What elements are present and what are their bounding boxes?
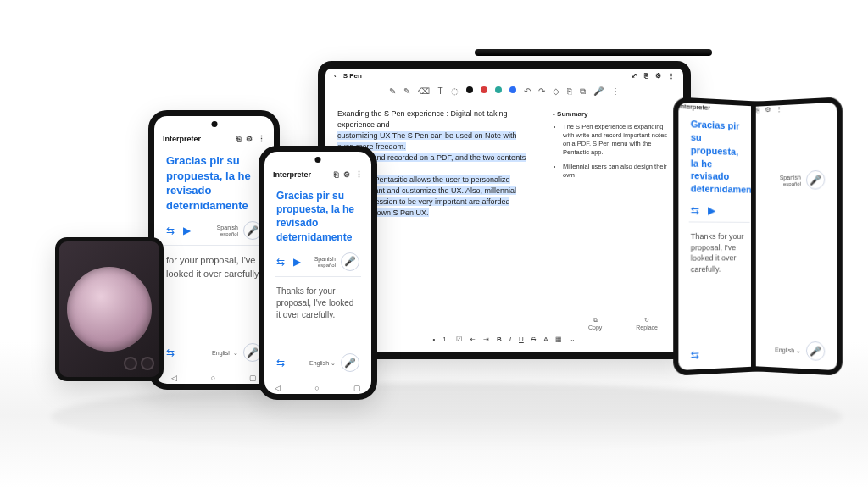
swap-icon[interactable]: ⇆ <box>166 347 175 358</box>
bookmark-icon[interactable]: ⎘ <box>236 135 241 143</box>
settings-icon[interactable]: ⚙ <box>343 170 350 179</box>
color-swatch-teal[interactable] <box>495 86 502 93</box>
enlarge-icon[interactable]: ⤢ <box>632 72 637 80</box>
input-language-label[interactable]: English ⌄ <box>309 360 336 366</box>
nav-back-icon[interactable]: ◁ <box>171 374 177 382</box>
source-text: for your proposal, I've looked it over c… <box>154 247 274 287</box>
swap-icon[interactable]: ⇆ <box>276 357 285 369</box>
summary-bullet: The S Pen experience is expanding with w… <box>563 123 673 158</box>
indent-icon[interactable]: ⇥ <box>483 336 489 343</box>
underline-icon[interactable]: U <box>519 336 524 343</box>
bookmark-icon[interactable]: ⎘ <box>644 72 648 80</box>
color-swatch-black[interactable] <box>466 86 473 93</box>
device-phone-front: Interpreter ⎘ ⚙ ⋮ Gracias pir su propues… <box>259 146 377 400</box>
note-title: S Pen <box>343 72 362 80</box>
swap-icon[interactable]: ⇆ <box>691 348 699 361</box>
record-icon[interactable]: 🎤 <box>593 86 604 97</box>
flip-wallpaper <box>67 267 152 352</box>
play-icon[interactable]: ▶ <box>293 256 301 268</box>
highlight-icon[interactable]: ▦ <box>555 336 562 343</box>
outdent-icon[interactable]: ⇤ <box>470 336 476 343</box>
mic-button[interactable]: 🎤 <box>341 252 359 271</box>
translated-text: Gracias pir su propuesta, la he revisado… <box>264 182 371 249</box>
nav-back-icon[interactable]: ◁ <box>275 384 281 392</box>
more-icon[interactable]: ⋮ <box>258 135 265 143</box>
list-bullet-icon[interactable]: • <box>433 336 436 343</box>
redo-icon[interactable]: ↷ <box>538 86 545 97</box>
bookmark-icon[interactable]: ⎘ <box>756 106 760 114</box>
device-fold: Interpreter Gracias pir su propuesta, la… <box>673 102 843 374</box>
summary-title: • Summary <box>553 110 673 118</box>
note-text-line: Exanding the S Pen experience : Digital … <box>337 109 508 129</box>
input-language-label[interactable]: English ⌄ <box>212 350 238 356</box>
insert-icon[interactable]: ⧉ <box>580 86 586 97</box>
format-toolbar: • 1. ☑ ⇤ ⇥ B I U S A ▦ ⌄ <box>326 334 683 348</box>
nav-back-icon[interactable]: ◁ <box>461 350 467 358</box>
nav-home-icon[interactable]: ○ <box>314 384 319 392</box>
divider <box>689 221 750 222</box>
phone-navbar: ◁ ○ ▢ <box>154 372 274 382</box>
swap-icon[interactable]: ⇆ <box>691 204 699 216</box>
tablet-navbar: ◁ ○ ▢ <box>326 348 683 358</box>
settings-icon[interactable]: ⚙ <box>765 106 771 114</box>
nav-home-icon[interactable]: ○ <box>211 374 215 382</box>
highlighter-tool-icon[interactable]: ✎ <box>403 86 410 97</box>
translated-text: Gracias pir su propuesta, la he revisado… <box>678 110 760 202</box>
front-camera <box>211 121 217 127</box>
front-camera <box>315 157 321 163</box>
strike-icon[interactable]: S <box>531 336 536 343</box>
settings-icon[interactable]: ⚙ <box>246 135 253 143</box>
summary-bullet: Millennial users can also design their o… <box>563 163 673 180</box>
replace-button[interactable]: ↻ Replace <box>636 317 658 330</box>
summary-panel: • Summary The S Pen experience is expand… <box>542 103 683 317</box>
more-icon[interactable]: ⋮ <box>776 105 782 113</box>
font-color-icon[interactable]: A <box>543 336 548 343</box>
bold-icon[interactable]: B <box>497 336 502 343</box>
output-language-label[interactable]: Spanishespañol <box>217 225 238 236</box>
input-language-label[interactable]: English ⌄ <box>775 347 801 353</box>
color-swatch-blue[interactable] <box>509 86 516 93</box>
more-tools-icon[interactable]: ⋮ <box>611 86 620 97</box>
app-title: Interpreter <box>163 135 201 143</box>
translated-text: Gracias pir su propuesta, la he revisado… <box>154 147 274 218</box>
nav-recent-icon[interactable]: ▢ <box>353 384 361 392</box>
copy-button[interactable]: ⧉ Copy <box>588 317 602 330</box>
color-swatch-red[interactable] <box>481 86 487 93</box>
mic-button[interactable]: 🎤 <box>341 353 359 372</box>
more-icon[interactable]: ⋮ <box>668 72 675 80</box>
play-icon[interactable]: ▶ <box>183 225 191 236</box>
nav-recent-icon[interactable]: ▢ <box>249 374 257 382</box>
italic-icon[interactable]: I <box>509 336 511 343</box>
summary-actions: ⧉ Copy ↻ Replace <box>326 317 683 334</box>
settings-icon[interactable]: ⚙ <box>655 72 661 80</box>
play-icon[interactable]: ▶ <box>708 204 715 216</box>
app-title: Interpreter <box>273 170 311 179</box>
product-lineup-stage: ‹ S Pen ⤢ ⎘ ⚙ ⋮ ✎ ✎ ⌫ T ◌ ↶ ↷ ◇ ⎘ ⧉ <box>0 0 868 488</box>
shape-tool-icon[interactable]: ◇ <box>553 86 559 97</box>
more-icon[interactable]: ⋮ <box>355 170 363 179</box>
app-title: Interpreter <box>678 103 710 112</box>
list-check-icon[interactable]: ☑ <box>456 336 462 343</box>
output-language-label[interactable]: Spanishespañol <box>314 256 336 268</box>
fold-right-screen: ⎘ ⚙ ⋮ Spanishespañol 🎤 English ⌄ <box>751 97 843 376</box>
floor-reflection <box>51 383 843 451</box>
divider <box>164 245 264 246</box>
lasso-tool-icon[interactable]: ◌ <box>451 86 459 97</box>
list-number-icon[interactable]: 1. <box>442 336 448 343</box>
swap-icon[interactable]: ⇆ <box>166 225 175 236</box>
text-tool-icon[interactable]: T <box>437 86 442 97</box>
pen-tool-icon[interactable]: ✎ <box>389 86 396 97</box>
attach-icon[interactable]: ⎘ <box>567 86 572 97</box>
nav-home-icon[interactable]: ○ <box>501 350 505 358</box>
source-text: Thanks for your proposal, I've looked it… <box>678 225 760 283</box>
undo-icon[interactable]: ↶ <box>524 86 531 97</box>
mic-button[interactable]: 🎤 <box>806 170 825 190</box>
swap-icon[interactable]: ⇆ <box>276 256 285 268</box>
chevron-down-icon[interactable]: ⌄ <box>570 336 576 343</box>
back-icon[interactable]: ‹ <box>334 72 337 80</box>
eraser-tool-icon[interactable]: ⌫ <box>418 86 430 97</box>
output-language-label[interactable]: Spanishespañol <box>780 175 801 187</box>
bookmark-icon[interactable]: ⎘ <box>334 170 338 179</box>
mic-button[interactable]: 🎤 <box>806 341 825 362</box>
nav-recent-icon[interactable]: ▢ <box>540 350 548 358</box>
